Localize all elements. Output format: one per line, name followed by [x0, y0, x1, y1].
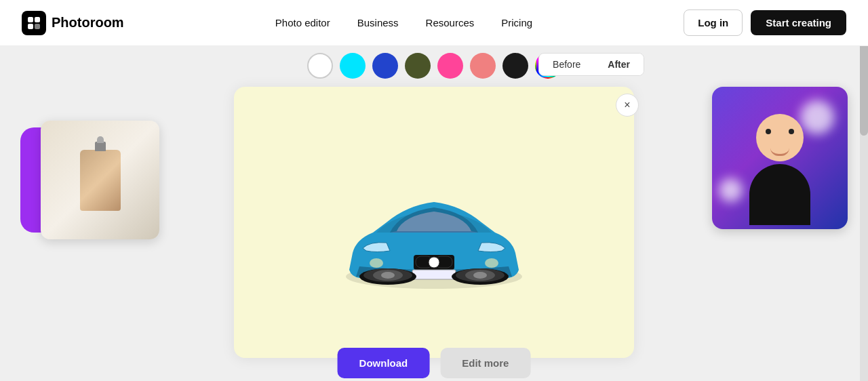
download-button[interactable]: Download	[338, 348, 430, 378]
perfume-bottle	[80, 150, 121, 211]
swatch-cyan[interactable]	[340, 53, 366, 79]
person-card	[712, 87, 848, 229]
swatch-pink[interactable]	[437, 53, 463, 79]
login-button[interactable]: Log in	[684, 9, 743, 36]
right-person-image	[712, 87, 861, 236]
start-creating-button[interactable]: Start creating	[751, 10, 846, 35]
svg-rect-10	[412, 270, 456, 279]
edit-more-button[interactable]: Edit more	[440, 348, 530, 378]
svg-point-20	[485, 258, 498, 268]
svg-point-19	[370, 258, 383, 268]
nav-business[interactable]: Business	[357, 17, 399, 28]
navbar-actions: Log in Start creating	[684, 9, 846, 36]
close-icon: ×	[624, 99, 630, 111]
swatch-olive[interactable]	[405, 53, 431, 79]
svg-rect-3	[35, 24, 40, 29]
svg-point-14	[381, 272, 395, 279]
color-swatches-row	[307, 53, 561, 79]
before-button[interactable]: Before	[539, 54, 594, 75]
nav-resources[interactable]: Resources	[426, 17, 475, 28]
svg-point-18	[473, 272, 487, 279]
svg-point-9	[430, 258, 438, 266]
nav-photo-editor[interactable]: Photo editor	[275, 17, 330, 28]
logo-icon	[22, 11, 46, 35]
svg-rect-1	[35, 17, 40, 22]
bottom-actions: Download Edit more	[338, 348, 531, 381]
nav-pricing[interactable]: Pricing	[501, 17, 532, 28]
swatch-white[interactable]	[307, 53, 333, 79]
logo-area: Photoroom	[22, 11, 124, 35]
main-content: Before After	[0, 46, 868, 381]
svg-rect-0	[28, 17, 33, 22]
swatch-blue[interactable]	[372, 53, 398, 79]
main-image-card	[234, 87, 634, 358]
svg-rect-2	[28, 24, 33, 29]
logo-text: Photoroom	[52, 15, 124, 31]
swatch-salmon[interactable]	[470, 53, 496, 79]
perfume-card	[41, 121, 159, 239]
before-after-toggle: Before After	[538, 53, 644, 76]
after-button[interactable]: After	[594, 54, 644, 75]
nav-links: Photo editor Business Resources Pricing	[275, 17, 532, 28]
swatch-dark[interactable]	[502, 53, 528, 79]
close-button[interactable]: ×	[616, 94, 639, 117]
navbar: Photoroom Photo editor Business Resource…	[0, 0, 868, 46]
person-head	[756, 114, 804, 161]
person-silhouette	[732, 100, 827, 229]
car-image	[326, 134, 542, 310]
left-product-image	[20, 121, 156, 270]
person-body	[749, 164, 810, 225]
